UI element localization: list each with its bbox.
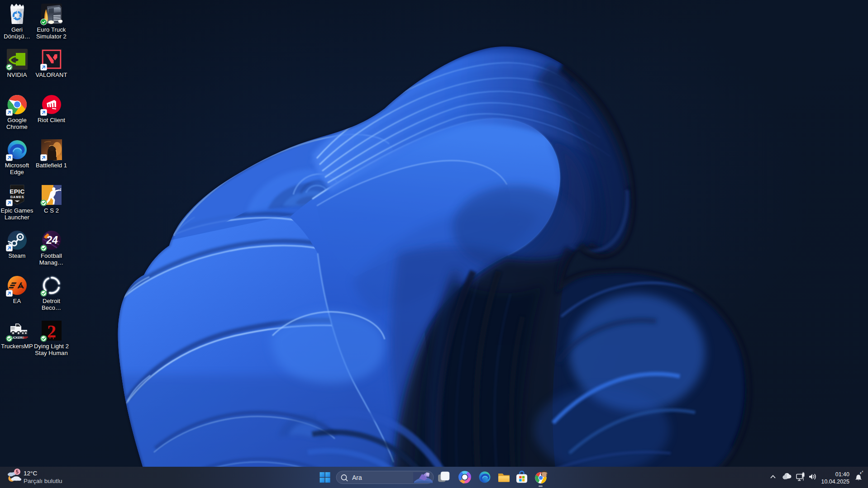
svg-text:01:40: 01:40 (835, 471, 849, 478)
svg-text:z: z (860, 471, 862, 475)
svg-text:EPIC: EPIC (10, 188, 25, 195)
svg-text:Parçalı bulutlu: Parçalı bulutlu (24, 478, 62, 484)
svg-text:24: 24 (46, 234, 58, 246)
svg-text:12°C: 12°C (24, 470, 37, 477)
svg-text:5: 5 (16, 469, 19, 474)
svg-text:10.04.2025: 10.04.2025 (821, 479, 849, 485)
svg-text:MP: MP (23, 336, 28, 340)
svg-text:GAMES: GAMES (10, 195, 24, 199)
svg-text:2: 2 (47, 321, 56, 341)
svg-text:z: z (862, 470, 863, 473)
svg-text:Ara: Ara (352, 474, 362, 481)
